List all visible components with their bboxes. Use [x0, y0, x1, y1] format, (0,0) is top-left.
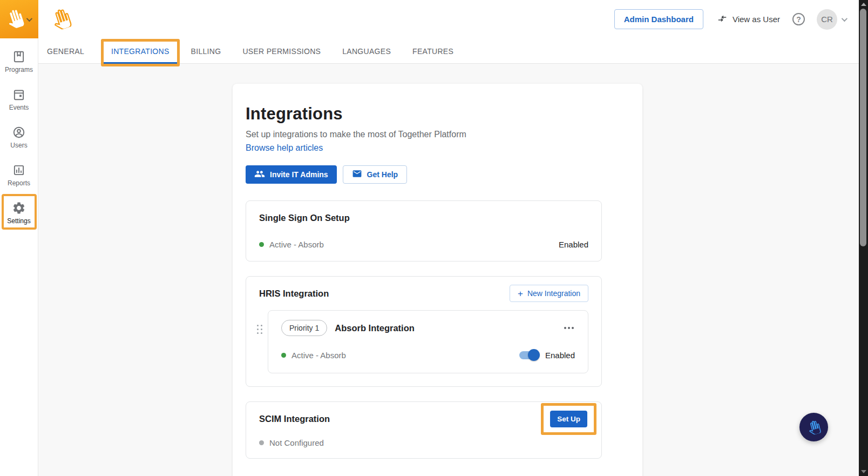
sidebar-item-settings[interactable]: Settings — [0, 201, 38, 225]
status-dot-active — [259, 242, 264, 247]
scim-status-row: Not Configured — [259, 438, 588, 447]
sidebar-item-label: Settings — [7, 217, 30, 225]
priority-badge: Priority 1 — [281, 320, 327, 336]
header: Admin Dashboard View as User ? CR GENERA… — [38, 0, 859, 64]
sso-enabled-label: Enabled — [559, 240, 588, 249]
swap-arrows-icon — [717, 13, 728, 26]
enabled-toggle[interactable] — [519, 351, 539, 359]
sidebar-item-label: Programs — [5, 66, 33, 73]
settings-gear-icon — [12, 201, 26, 215]
new-integration-button[interactable]: + New Integration — [510, 285, 588, 302]
sidebar-item-events[interactable]: Events — [0, 88, 38, 111]
absorb-status-text: Active - Absorb — [291, 351, 346, 360]
scim-card-head: SCIM Integration Set Up — [259, 403, 588, 435]
integration-row: Priority 1 Absorb Integration Active - A… — [254, 310, 588, 373]
people-icon — [254, 169, 265, 181]
sidebar-item-label: Reports — [8, 179, 30, 187]
brand-hand-outline-icon — [48, 6, 74, 34]
annotation-box-set-up: Set Up — [541, 403, 596, 435]
tab-billing[interactable]: BILLING — [190, 38, 222, 64]
users-person-icon — [12, 125, 26, 139]
browse-help-articles-link[interactable]: Browse help articles — [246, 143, 323, 153]
set-up-button[interactable]: Set Up — [550, 411, 587, 427]
scrollbar-down-arrow[interactable] — [859, 468, 868, 475]
toggle-enabled-label: Enabled — [545, 351, 575, 360]
sso-card-title: Single Sign On Setup — [259, 213, 588, 223]
together-hand-logo-icon — [3, 6, 28, 32]
tab-features[interactable]: FEATURES — [411, 38, 455, 64]
app-window: Programs Events Users Reports — [0, 0, 868, 476]
help-icon[interactable]: ? — [792, 13, 805, 25]
sidebar: Programs Events Users Reports — [0, 0, 38, 476]
hris-card-head: HRIS Integration + New Integration — [259, 285, 588, 302]
scrollbar-up-arrow[interactable] — [859, 1, 868, 8]
scim-status-text: Not Configured — [269, 438, 324, 447]
scrollbar-thumb[interactable] — [860, 9, 866, 246]
scim-card-title: SCIM Integration — [259, 414, 330, 424]
view-as-user-button[interactable]: View as User — [717, 13, 780, 26]
sso-status-text: Active - Absorb — [269, 240, 324, 249]
page-title: Integrations — [246, 104, 629, 124]
integrations-panel: Integrations Set up integrations to make… — [233, 84, 642, 476]
status-dot-active — [281, 353, 286, 358]
hris-card: HRIS Integration + New Integration Prior… — [246, 276, 602, 387]
events-calendar-icon — [12, 88, 26, 102]
sidebar-nav: Programs Events Users Reports — [0, 38, 38, 239]
content-area: Integrations Set up integrations to make… — [38, 64, 859, 476]
tab-integrations[interactable]: INTEGRATIONS — [103, 38, 178, 64]
absorb-integration-head: Priority 1 Absorb Integration — [281, 320, 575, 336]
sidebar-item-label: Events — [9, 104, 29, 111]
page-subtitle: Set up integrations to make the most of … — [246, 130, 629, 139]
mail-icon — [352, 169, 362, 180]
sidebar-item-label: Users — [10, 142, 27, 149]
programs-book-icon — [12, 50, 26, 64]
invite-it-admins-button[interactable]: Invite IT Admins — [246, 165, 337, 184]
get-help-button[interactable]: Get Help — [343, 165, 408, 184]
integration-name: Absorb Integration — [335, 323, 415, 333]
fab-hand-icon — [805, 419, 823, 436]
overflow-menu-icon[interactable] — [563, 324, 575, 332]
tab-user-permissions[interactable]: USER PERMISSIONS — [241, 38, 322, 64]
avatar[interactable]: CR — [817, 9, 837, 30]
sidebar-item-reports[interactable]: Reports — [0, 163, 38, 187]
absorb-status-row: Active - Absorb Enabled — [281, 351, 575, 360]
plus-icon: + — [518, 289, 523, 298]
reports-chart-icon — [12, 163, 26, 177]
header-top: Admin Dashboard View as User ? CR — [38, 0, 859, 38]
tab-general[interactable]: GENERAL — [46, 38, 85, 64]
enabled-toggle-group: Enabled — [519, 351, 575, 360]
sidebar-logo-menu[interactable] — [0, 0, 38, 38]
sidebar-item-programs[interactable]: Programs — [0, 50, 38, 73]
sso-status-row: Active - Absorb Enabled — [259, 240, 588, 249]
admin-dashboard-button[interactable]: Admin Dashboard — [614, 9, 703, 29]
action-buttons-row: Invite IT Admins Get Help — [246, 165, 629, 184]
support-widget-button[interactable] — [799, 413, 828, 441]
logo-chevron-down-icon — [26, 15, 32, 21]
view-as-user-label: View as User — [733, 15, 780, 24]
status-dot-not-configured — [259, 440, 264, 445]
tab-languages[interactable]: LANGUAGES — [341, 38, 392, 64]
scim-card: SCIM Integration Set Up Not Configured — [246, 401, 602, 459]
settings-tabs: GENERAL INTEGRATIONS BILLING USER PERMIS… — [38, 38, 859, 64]
hris-card-title: HRIS Integration — [259, 289, 329, 299]
sso-card: Single Sign On Setup Active - Absorb Ena… — [246, 200, 602, 262]
scrollbar — [859, 0, 868, 476]
absorb-integration-card: Priority 1 Absorb Integration Active - A… — [268, 310, 588, 373]
drag-handle-icon[interactable] — [254, 310, 265, 373]
account-chevron-down-icon[interactable] — [842, 15, 847, 21]
sidebar-item-users[interactable]: Users — [0, 125, 38, 149]
